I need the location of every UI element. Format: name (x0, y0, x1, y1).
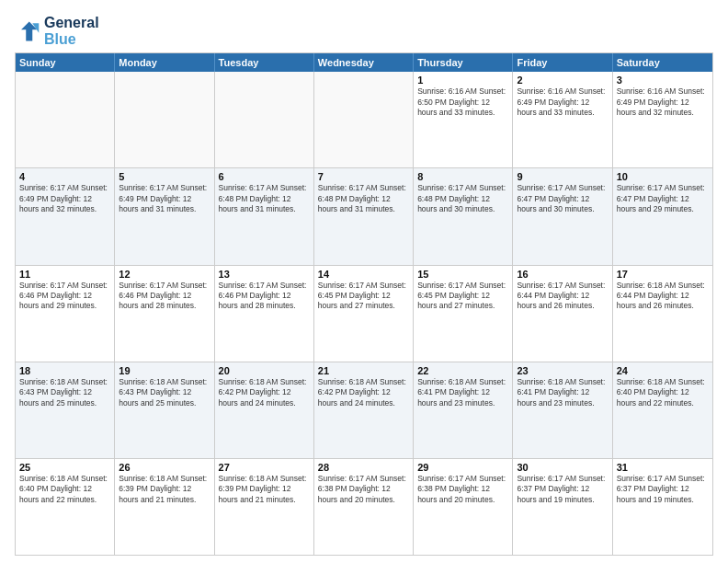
day-number: 11 (19, 269, 110, 280)
day-number: 17 (617, 269, 709, 280)
day-number: 12 (119, 269, 210, 280)
table-row: 1Sunrise: 6:16 AM Sunset: 6:50 PM Daylig… (414, 72, 513, 167)
table-row: 2Sunrise: 6:16 AM Sunset: 6:49 PM Daylig… (513, 72, 612, 167)
table-row (215, 72, 314, 167)
day-number: 6 (219, 171, 310, 182)
day-number: 2 (517, 75, 608, 86)
table-row: 29Sunrise: 6:17 AM Sunset: 6:38 PM Dayli… (414, 459, 513, 555)
day-info: Sunrise: 6:17 AM Sunset: 6:49 PM Dayligh… (119, 183, 210, 214)
day-info: Sunrise: 6:17 AM Sunset: 6:47 PM Dayligh… (517, 183, 608, 214)
logo-text: General Blue (44, 15, 99, 47)
day-info: Sunrise: 6:17 AM Sunset: 6:44 PM Dayligh… (517, 281, 608, 312)
header: General Blue (15, 15, 713, 47)
day-info: Sunrise: 6:17 AM Sunset: 6:49 PM Dayligh… (19, 183, 110, 214)
calendar: Sunday Monday Tuesday Wednesday Thursday… (15, 52, 713, 556)
day-number: 21 (318, 365, 409, 376)
day-info: Sunrise: 6:18 AM Sunset: 6:42 PM Dayligh… (219, 377, 310, 408)
day-number: 7 (318, 171, 409, 182)
header-tuesday: Tuesday (215, 53, 314, 72)
week-row-3: 11Sunrise: 6:17 AM Sunset: 6:46 PM Dayli… (16, 265, 712, 362)
day-info: Sunrise: 6:17 AM Sunset: 6:46 PM Dayligh… (19, 281, 110, 312)
day-info: Sunrise: 6:18 AM Sunset: 6:39 PM Dayligh… (119, 474, 210, 505)
page: General Blue Sunday Monday Tuesday Wedne… (0, 0, 728, 563)
day-number: 25 (19, 462, 110, 473)
table-row: 16Sunrise: 6:17 AM Sunset: 6:44 PM Dayli… (513, 266, 612, 362)
day-number: 4 (19, 171, 110, 182)
table-row: 11Sunrise: 6:17 AM Sunset: 6:46 PM Dayli… (16, 266, 115, 362)
day-info: Sunrise: 6:17 AM Sunset: 6:48 PM Dayligh… (318, 183, 409, 214)
day-number: 1 (417, 75, 508, 86)
day-number: 5 (119, 171, 210, 182)
table-row: 23Sunrise: 6:18 AM Sunset: 6:41 PM Dayli… (513, 362, 612, 458)
day-number: 3 (617, 75, 709, 86)
day-number: 30 (517, 462, 608, 473)
table-row (16, 72, 115, 167)
table-row (314, 72, 414, 167)
day-number: 20 (219, 365, 310, 376)
day-info: Sunrise: 6:17 AM Sunset: 6:47 PM Dayligh… (617, 183, 709, 214)
day-info: Sunrise: 6:18 AM Sunset: 6:41 PM Dayligh… (417, 377, 508, 408)
day-info: Sunrise: 6:17 AM Sunset: 6:46 PM Dayligh… (119, 281, 210, 312)
day-number: 31 (617, 462, 709, 473)
table-row: 7Sunrise: 6:17 AM Sunset: 6:48 PM Daylig… (314, 168, 414, 264)
header-sunday: Sunday (16, 53, 115, 72)
day-info: Sunrise: 6:17 AM Sunset: 6:45 PM Dayligh… (318, 281, 409, 312)
table-row: 13Sunrise: 6:17 AM Sunset: 6:46 PM Dayli… (215, 266, 314, 362)
day-info: Sunrise: 6:17 AM Sunset: 6:37 PM Dayligh… (617, 474, 709, 505)
table-row: 14Sunrise: 6:17 AM Sunset: 6:45 PM Dayli… (314, 266, 414, 362)
day-info: Sunrise: 6:18 AM Sunset: 6:42 PM Dayligh… (318, 377, 409, 408)
table-row: 31Sunrise: 6:17 AM Sunset: 6:37 PM Dayli… (613, 459, 712, 555)
table-row: 30Sunrise: 6:17 AM Sunset: 6:37 PM Dayli… (513, 459, 612, 555)
table-row: 20Sunrise: 6:18 AM Sunset: 6:42 PM Dayli… (215, 362, 314, 458)
day-number: 9 (517, 171, 608, 182)
table-row: 18Sunrise: 6:18 AM Sunset: 6:43 PM Dayli… (16, 362, 115, 458)
day-number: 19 (119, 365, 210, 376)
table-row: 22Sunrise: 6:18 AM Sunset: 6:41 PM Dayli… (414, 362, 513, 458)
day-info: Sunrise: 6:16 AM Sunset: 6:49 PM Dayligh… (617, 86, 709, 118)
day-number: 14 (318, 269, 409, 280)
week-row-1: 1Sunrise: 6:16 AM Sunset: 6:50 PM Daylig… (16, 72, 712, 167)
day-number: 27 (219, 462, 310, 473)
day-info: Sunrise: 6:17 AM Sunset: 6:48 PM Dayligh… (417, 183, 508, 214)
table-row: 9Sunrise: 6:17 AM Sunset: 6:47 PM Daylig… (513, 168, 612, 264)
table-row: 15Sunrise: 6:17 AM Sunset: 6:45 PM Dayli… (414, 266, 513, 362)
day-info: Sunrise: 6:18 AM Sunset: 6:44 PM Dayligh… (617, 281, 709, 312)
table-row: 19Sunrise: 6:18 AM Sunset: 6:43 PM Dayli… (115, 362, 214, 458)
table-row: 17Sunrise: 6:18 AM Sunset: 6:44 PM Dayli… (613, 266, 712, 362)
day-number: 26 (119, 462, 210, 473)
day-info: Sunrise: 6:18 AM Sunset: 6:39 PM Dayligh… (219, 474, 310, 505)
day-number: 18 (19, 365, 110, 376)
table-row: 4Sunrise: 6:17 AM Sunset: 6:49 PM Daylig… (16, 168, 115, 264)
table-row: 28Sunrise: 6:17 AM Sunset: 6:38 PM Dayli… (314, 459, 414, 555)
day-info: Sunrise: 6:17 AM Sunset: 6:38 PM Dayligh… (417, 474, 508, 505)
table-row: 26Sunrise: 6:18 AM Sunset: 6:39 PM Dayli… (115, 459, 214, 555)
day-number: 22 (417, 365, 508, 376)
table-row: 25Sunrise: 6:18 AM Sunset: 6:40 PM Dayli… (16, 459, 115, 555)
day-number: 8 (417, 171, 508, 182)
week-row-4: 18Sunrise: 6:18 AM Sunset: 6:43 PM Dayli… (16, 362, 712, 458)
header-thursday: Thursday (414, 53, 513, 72)
week-row-2: 4Sunrise: 6:17 AM Sunset: 6:49 PM Daylig… (16, 167, 712, 264)
calendar-header: Sunday Monday Tuesday Wednesday Thursday… (16, 53, 712, 72)
day-number: 16 (517, 269, 608, 280)
header-wednesday: Wednesday (314, 53, 414, 72)
day-info: Sunrise: 6:17 AM Sunset: 6:38 PM Dayligh… (318, 474, 409, 505)
day-info: Sunrise: 6:16 AM Sunset: 6:49 PM Dayligh… (517, 86, 608, 118)
table-row (115, 72, 214, 167)
logo: General Blue (15, 15, 99, 47)
table-row: 27Sunrise: 6:18 AM Sunset: 6:39 PM Dayli… (215, 459, 314, 555)
week-row-5: 25Sunrise: 6:18 AM Sunset: 6:40 PM Dayli… (16, 458, 712, 555)
day-info: Sunrise: 6:17 AM Sunset: 6:46 PM Dayligh… (219, 281, 310, 312)
header-saturday: Saturday (613, 53, 712, 72)
day-info: Sunrise: 6:17 AM Sunset: 6:45 PM Dayligh… (417, 281, 508, 312)
day-number: 24 (617, 365, 709, 376)
day-info: Sunrise: 6:16 AM Sunset: 6:50 PM Dayligh… (417, 86, 508, 118)
table-row: 6Sunrise: 6:17 AM Sunset: 6:48 PM Daylig… (215, 168, 314, 264)
day-info: Sunrise: 6:18 AM Sunset: 6:41 PM Dayligh… (517, 377, 608, 408)
day-info: Sunrise: 6:18 AM Sunset: 6:40 PM Dayligh… (19, 474, 110, 505)
day-number: 28 (318, 462, 409, 473)
table-row: 8Sunrise: 6:17 AM Sunset: 6:48 PM Daylig… (414, 168, 513, 264)
day-info: Sunrise: 6:17 AM Sunset: 6:37 PM Dayligh… (517, 474, 608, 505)
day-info: Sunrise: 6:17 AM Sunset: 6:48 PM Dayligh… (219, 183, 310, 214)
table-row: 12Sunrise: 6:17 AM Sunset: 6:46 PM Dayli… (115, 266, 214, 362)
